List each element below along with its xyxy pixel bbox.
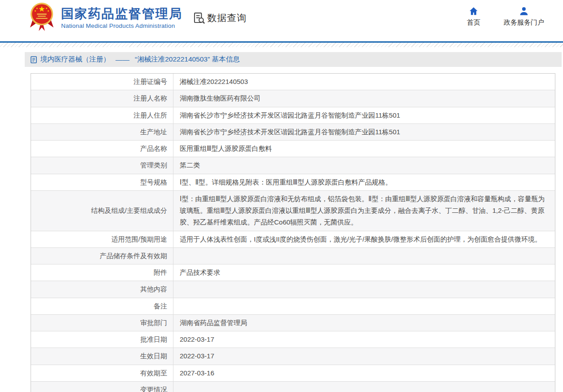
breadcrumb-title: “湘械注准20222140503” 基本信息 [135,55,239,64]
table-row-structure-composition: 结构及组成/主要组成成分 Ⅰ型：由重组Ⅲ型人源胶原蛋白溶液和无纺布组成，铝箔袋包… [31,190,555,231]
row-value: Ⅰ型、Ⅱ型。详细规格见附表：医用重组Ⅲ型人源胶原蛋白敷料产品规格。 [173,174,555,190]
nav-home-label: 首页 [467,18,480,27]
data-query-tab[interactable]: 数据查询 [193,12,247,24]
row-value: 第二类 [173,157,555,173]
document-icon [31,56,37,63]
table-row-registrant-address: 注册人住所 湖南省长沙市宁乡经济技术开发区谐园北路蓝月谷智能制造产业园11栋50… [31,107,555,123]
row-value: 湖南微肽生物医药有限公司 [173,90,555,106]
table-row-registrant-name: 注册人名称 湖南微肽生物医药有限公司 [31,90,555,106]
row-label: 注册证编号 [31,74,173,90]
breadcrumb: 境内医疗器械（注册） —— “湘械注准20222140503” 基本信息 [25,52,562,67]
breadcrumb-category: 境内医疗器械（注册） [40,55,110,64]
row-label: 审批部门 [31,315,173,331]
table-row-storage-validity: 产品储存条件及有效期 [31,247,555,264]
row-label: 备注 [31,298,173,314]
row-label: 产品储存条件及有效期 [31,248,173,264]
row-label: 变更情况 [31,382,173,392]
row-value [173,298,555,314]
row-label: 注册人名称 [31,90,173,106]
nav-gov-portal[interactable]: 政务服务门户 [504,6,544,27]
row-label: 注册人住所 [31,107,173,123]
table-row-remarks: 备注 [31,298,555,314]
table-row-intended-use: 适用范围/预期用途 适用于人体浅表性创面，I度或浅II度的烧烫伤创面，激光/光子… [31,231,555,247]
site-logo[interactable]: 国家药品监督管理局 National Medical Products Admi… [29,2,182,31]
row-value: 2027-03-16 [173,365,555,381]
national-emblem-icon [29,2,55,31]
row-label: 生产地址 [31,124,173,140]
row-value: 湘械注准20222140503 [173,74,555,90]
table-row-approval-department: 审批部门 湖南省药品监督管理局 [31,314,555,331]
table-row-model-spec: 型号规格 Ⅰ型、Ⅱ型。详细规格见附表：医用重组Ⅲ型人源胶原蛋白敷料产品规格。 [31,174,555,190]
data-query-label: 数据查询 [207,12,247,24]
row-label: 型号规格 [31,174,173,190]
nav-gov-portal-label: 政务服务门户 [504,18,544,27]
row-value: 湖南省长沙市宁乡经济技术开发区谐园北路蓝月谷智能制造产业园11栋501 [173,124,555,140]
table-row-expiry-date: 有效期至 2027-03-16 [31,365,555,381]
row-value: 湖南省长沙市宁乡经济技术开发区谐园北路蓝月谷智能制造产业园11栋501 [173,107,555,123]
row-value: 医用重组Ⅲ型人源胶原蛋白敷料 [173,141,555,157]
org-name-en: National Medical Products Administration [61,22,182,29]
breadcrumb-separator: —— [115,56,129,64]
row-label: 结构及组成/主要组成成分 [31,191,173,231]
row-label: 其他内容 [31,281,173,297]
row-label: 生效日期 [31,348,173,364]
table-row-effective-date: 生效日期 2022-03-17 [31,348,555,364]
org-name-cn: 国家药品监督管理局 [61,7,182,21]
row-label: 附件 [31,264,173,281]
nav-home[interactable]: 首页 [467,6,480,27]
row-value: 产品技术要求 [173,264,555,281]
row-label: 管理类别 [31,157,173,173]
table-row-change-status: 变更情况 [31,381,555,392]
striped-band [0,43,563,47]
row-value: 湖南省药品监督管理局 [173,315,555,331]
row-value [173,281,555,297]
table-row-other-content: 其他内容 [31,281,555,297]
row-value: 适用于人体浅表性创面，I度或浅II度的烧烫伤创面，激光/光子/果酸换肤/微整形术… [173,231,555,247]
table-row-approval-date: 批准日期 2022-03-17 [31,331,555,348]
user-icon [519,6,529,16]
table-row-production-address: 生产地址 湖南省长沙市宁乡经济技术开发区谐园北路蓝月谷智能制造产业园11栋501 [31,123,555,140]
row-value [173,248,555,264]
table-row-reg-cert-no: 注册证编号 湘械注准20222140503 [31,74,555,90]
home-icon [469,6,479,16]
row-label: 有效期至 [31,365,173,381]
row-value [173,382,555,392]
registration-info-table: 注册证编号 湘械注准20222140503 注册人名称 湖南微肽生物医药有限公司… [31,73,555,392]
row-value: 2022-03-17 [173,348,555,364]
data-query-icon [193,12,205,24]
table-row-management-class: 管理类别 第二类 [31,157,555,173]
row-value: Ⅰ型：由重组Ⅲ型人源胶原蛋白溶液和无纺布组成，铝箔袋包装。Ⅱ型：由重组Ⅲ型人源胶… [173,191,555,231]
row-value: 2022-03-17 [173,331,555,348]
row-label: 产品名称 [31,141,173,157]
row-label: 适用范围/预期用途 [31,231,173,247]
table-row-attachment: 附件 产品技术要求 [31,264,555,281]
top-nav: 首页 政务服务门户 [467,6,544,27]
row-label: 批准日期 [31,331,173,348]
page-header: 国家药品监督管理局 National Medical Products Admi… [0,0,563,41]
table-row-product-name: 产品名称 医用重组Ⅲ型人源胶原蛋白敷料 [31,140,555,157]
